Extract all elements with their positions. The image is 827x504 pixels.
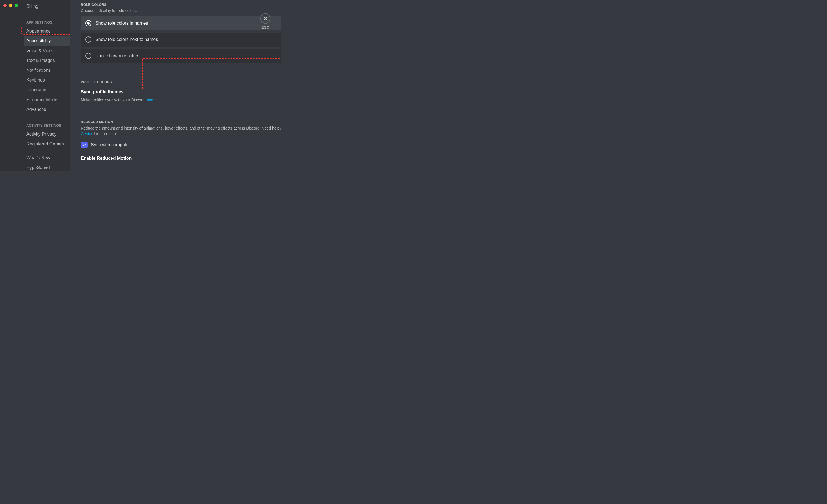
- radio-icon: [85, 37, 91, 43]
- sidebar-item-keybinds[interactable]: Keybinds: [23, 75, 69, 85]
- sidebar-item-text-images[interactable]: Text & Images: [23, 56, 69, 65]
- radio-role-colors-next-to-names[interactable]: Show role colors next to names: [81, 33, 281, 47]
- sidebar-item-registered-games[interactable]: Registered Games: [23, 139, 69, 149]
- sidebar-item-voice-video[interactable]: Voice & Video: [23, 46, 69, 56]
- window-minimize-dot[interactable]: [9, 4, 12, 7]
- sidebar-item-notifications[interactable]: Notifications: [23, 66, 69, 75]
- sidebar-item-whats-new[interactable]: What's New: [23, 153, 69, 163]
- checkbox-label-sync-with-computer: Sync with computer: [91, 143, 130, 148]
- divider: [81, 168, 281, 168]
- close-button[interactable]: [260, 13, 271, 23]
- sidebar-item-streamer-mode[interactable]: Streamer Mode: [23, 95, 69, 105]
- checkbox-sync-with-computer[interactable]: [81, 142, 88, 148]
- radio-role-colors-in-names[interactable]: Show role colors in names: [81, 16, 281, 30]
- setting-sync-profile-themes: Sync profile themes: [81, 90, 124, 95]
- settings-content: ROLE COLORS Choose a display for role co…: [69, 0, 281, 171]
- radio-label: Show role colors next to names: [95, 37, 158, 42]
- radio-dont-show-role-colors[interactable]: Don't show role colors: [81, 49, 281, 63]
- setting-desc-sync-profile-themes: Make profiles sync with your Discord the…: [81, 98, 281, 102]
- divider: [25, 117, 69, 117]
- radio-label: Don't show role colors: [95, 53, 139, 58]
- divider: [25, 152, 69, 152]
- close-settings: ESC: [260, 13, 271, 30]
- sidebar-item-billing[interactable]: Billing: [23, 2, 69, 11]
- sidebar-item-activity-privacy[interactable]: Activity Privacy: [23, 129, 69, 139]
- sidebar-item-hypesquad[interactable]: HypeSquad: [23, 163, 69, 171]
- close-esc-label: ESC: [260, 25, 271, 30]
- settings-sidebar: Billing APP SETTINGS Appearance Accessib…: [0, 0, 69, 171]
- setting-enable-reduced-motion: Enable Reduced Motion: [81, 156, 132, 161]
- window-close-dot[interactable]: [3, 4, 7, 7]
- section-desc-role-colors: Choose a display for role colors.: [81, 8, 281, 13]
- section-title-profile-colors: PROFILE COLORS: [81, 75, 281, 84]
- window-controls: [3, 4, 18, 7]
- sidebar-category-app-settings: APP SETTINGS: [23, 15, 69, 26]
- sidebar-item-advanced[interactable]: Advanced: [23, 105, 69, 114]
- radio-label: Show role colors in names: [95, 21, 148, 26]
- radio-icon: [85, 53, 91, 59]
- section-desc-reduced-motion: Reduce the amount and intensity of anima…: [81, 125, 281, 136]
- sidebar-item-accessibility[interactable]: Accessibility: [23, 36, 69, 46]
- divider: [25, 14, 69, 14]
- theme-link[interactable]: theme: [146, 98, 156, 102]
- sidebar-category-activity-settings: ACTIVITY SETTINGS: [23, 119, 69, 129]
- sidebar-item-language[interactable]: Language: [23, 85, 69, 95]
- settings-window: Billing APP SETTINGS Appearance Accessib…: [0, 0, 281, 171]
- section-title-reduced-motion: REDUCED MOTION: [81, 115, 281, 124]
- section-title-role-colors: ROLE COLORS: [81, 0, 281, 7]
- sidebar-item-appearance[interactable]: Appearance: [23, 26, 69, 36]
- window-fullscreen-dot[interactable]: [14, 4, 18, 7]
- radio-icon: [85, 20, 91, 26]
